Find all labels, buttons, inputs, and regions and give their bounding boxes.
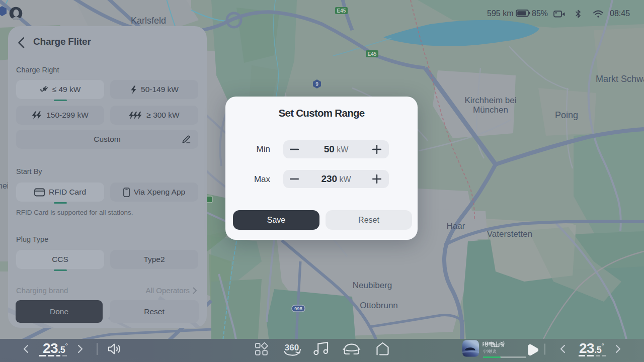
- svg-text:Vaterstetten: Vaterstetten: [487, 229, 532, 239]
- svg-text:E45: E45: [368, 51, 377, 57]
- svg-text:Poing: Poing: [555, 110, 578, 120]
- svg-text:Haar: Haar: [447, 221, 465, 231]
- svg-text:Karlsfeld: Karlsfeld: [131, 16, 166, 26]
- svg-text:Markt Schwab: Markt Schwab: [596, 74, 644, 84]
- svg-text:Ottobrunn: Ottobrunn: [360, 301, 398, 310]
- svg-text:9: 9: [315, 81, 318, 87]
- svg-text:360: 360: [285, 343, 299, 352]
- svg-text:Kirchheim bei: Kirchheim bei: [465, 96, 517, 105]
- svg-text:995: 995: [294, 306, 303, 311]
- svg-text:München: München: [473, 105, 508, 115]
- svg-text:E45: E45: [337, 8, 346, 14]
- svg-text:Neubiberg: Neubiberg: [353, 281, 392, 290]
- svg-text:hei: hei: [0, 182, 9, 190]
